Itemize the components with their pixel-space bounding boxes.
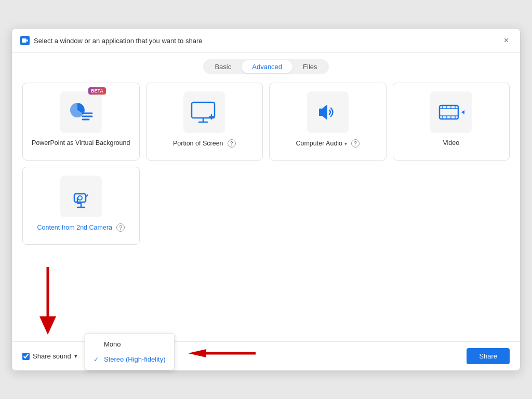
camera-label: Content from 2nd Camera: [37, 224, 112, 231]
card-video[interactable]: Video: [393, 83, 510, 161]
screen-icon: [190, 100, 219, 124]
dialog-title: Select a window or an application that y…: [34, 37, 497, 45]
svg-rect-26: [74, 194, 86, 202]
camera-help-icon[interactable]: ?: [116, 223, 125, 232]
beta-badge: BETA: [88, 87, 106, 95]
powerpoint-label: PowerPoint as Virtual Background: [32, 139, 130, 147]
dialog-header: Select a window or an application that y…: [12, 29, 520, 53]
card-computer-audio[interactable]: Computer Audio ▾ ?: [269, 83, 387, 161]
video-label: Video: [443, 139, 459, 147]
powerpoint-icon: [68, 101, 94, 124]
share-dialog: Select a window or an application that y…: [11, 28, 521, 371]
share-sound-dropdown-btn[interactable]: ▾: [73, 352, 78, 361]
dropdown-item-stereo[interactable]: ✓ Stereo (High-fidelity): [85, 352, 174, 367]
audio-dropdown-popup: Mono ✓ Stereo (High-fidelity): [85, 333, 175, 370]
share-sound-checkbox-label[interactable]: Share sound: [22, 352, 71, 360]
portion-screen-label-row: Portion of Screen ?: [173, 139, 236, 148]
share-sound-label: Share sound: [33, 352, 71, 360]
card-camera[interactable]: Content from 2nd Camera ?: [22, 167, 140, 245]
portion-screen-help-icon[interactable]: ?: [228, 139, 236, 148]
camera-icon: [68, 183, 94, 209]
tab-advanced[interactable]: Advanced: [242, 60, 292, 73]
cards-row1: BETA PowerPoint as Virtual Backgr: [22, 83, 510, 161]
tab-files[interactable]: Files: [292, 60, 327, 73]
video-icon-box: [430, 91, 472, 133]
svg-marker-21: [461, 110, 464, 114]
video-icon: [437, 101, 464, 123]
content-area: BETA PowerPoint as Virtual Backgr: [12, 74, 520, 341]
computer-audio-label: Computer Audio: [296, 140, 342, 147]
powerpoint-icon-box: BETA: [60, 91, 102, 133]
tab-group: Basic Advanced Files: [203, 59, 328, 74]
audio-dropdown-arrow[interactable]: ▾: [344, 141, 347, 147]
camera-icon-box: [60, 176, 102, 217]
share-sound-wrapper: Share sound ▾: [22, 352, 78, 361]
tabs-container: Basic Advanced Files: [12, 53, 520, 74]
screen-icon-box: [183, 91, 225, 133]
svg-point-27: [78, 196, 82, 200]
tab-basic[interactable]: Basic: [204, 60, 242, 73]
audio-icon: [315, 100, 341, 124]
dropdown-item-mono[interactable]: Mono: [85, 337, 174, 352]
zoom-logo-icon: [20, 36, 30, 45]
close-button[interactable]: ×: [501, 35, 512, 46]
camera-label-row: Content from 2nd Camera ?: [37, 223, 125, 232]
card-portion-screen[interactable]: Portion of Screen ?: [146, 83, 263, 161]
cards-row2: Content from 2nd Camera ?: [22, 167, 510, 245]
portion-screen-label: Portion of Screen: [173, 140, 223, 147]
share-sound-checkbox[interactable]: [22, 353, 30, 360]
card-powerpoint[interactable]: BETA PowerPoint as Virtual Backgr: [22, 83, 140, 161]
computer-audio-label-row: Computer Audio ▾ ?: [296, 139, 360, 148]
share-button[interactable]: Share: [467, 348, 510, 364]
computer-audio-help-icon[interactable]: ?: [351, 139, 360, 148]
audio-icon-box: [307, 91, 349, 133]
